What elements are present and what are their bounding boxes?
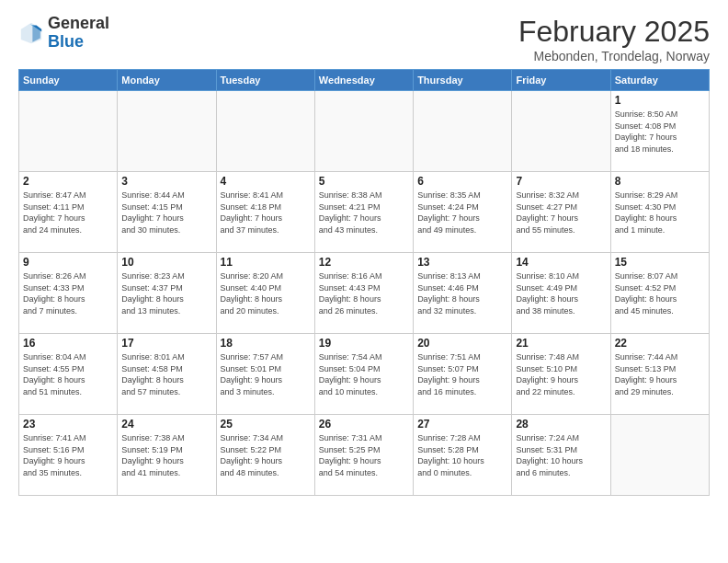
month-title: February 2025 xyxy=(518,15,710,49)
table-row: 28Sunrise: 7:24 AM Sunset: 5:31 PM Dayli… xyxy=(512,415,610,496)
day-number: 23 xyxy=(23,418,113,431)
subtitle: Mebonden, Trondelag, Norway xyxy=(518,49,710,63)
table-row: 2Sunrise: 8:47 AM Sunset: 4:11 PM Daylig… xyxy=(19,172,118,253)
day-number: 1 xyxy=(615,94,705,107)
day-info: Sunrise: 8:32 AM Sunset: 4:27 PM Dayligh… xyxy=(516,190,606,236)
day-number: 17 xyxy=(121,337,211,350)
day-info: Sunrise: 7:44 AM Sunset: 5:13 PM Dayligh… xyxy=(615,351,705,397)
day-number: 13 xyxy=(417,256,507,269)
day-info: Sunrise: 8:20 AM Sunset: 4:40 PM Dayligh… xyxy=(221,270,311,316)
day-info: Sunrise: 7:48 AM Sunset: 5:10 PM Dayligh… xyxy=(516,351,606,397)
day-info: Sunrise: 7:57 AM Sunset: 5:01 PM Dayligh… xyxy=(221,351,311,397)
day-number: 7 xyxy=(516,175,606,188)
day-number: 2 xyxy=(23,175,113,188)
day-number: 24 xyxy=(121,418,211,431)
day-info: Sunrise: 8:38 AM Sunset: 4:21 PM Dayligh… xyxy=(319,190,409,236)
table-row: 13Sunrise: 8:13 AM Sunset: 4:46 PM Dayli… xyxy=(414,253,512,334)
day-info: Sunrise: 8:04 AM Sunset: 4:55 PM Dayligh… xyxy=(23,351,113,397)
table-row: 27Sunrise: 7:28 AM Sunset: 5:28 PM Dayli… xyxy=(414,415,512,496)
day-number: 14 xyxy=(516,256,606,269)
logo-text: General Blue xyxy=(48,15,109,52)
title-block: February 2025 Mebonden, Trondelag, Norwa… xyxy=(518,15,710,63)
header-row: Sunday Monday Tuesday Wednesday Thursday… xyxy=(19,70,710,91)
table-row: 12Sunrise: 8:16 AM Sunset: 4:43 PM Dayli… xyxy=(314,253,413,334)
day-number: 25 xyxy=(221,418,311,431)
table-row xyxy=(512,91,610,172)
logo-icon xyxy=(18,20,44,46)
day-info: Sunrise: 8:35 AM Sunset: 4:24 PM Dayligh… xyxy=(417,190,507,236)
day-info: Sunrise: 8:01 AM Sunset: 4:58 PM Dayligh… xyxy=(121,351,211,397)
day-number: 10 xyxy=(121,256,211,269)
col-sunday: Sunday xyxy=(19,70,118,91)
day-number: 6 xyxy=(417,175,507,188)
day-number: 4 xyxy=(221,175,311,188)
table-row: 1Sunrise: 8:50 AM Sunset: 4:08 PM Daylig… xyxy=(610,91,709,172)
table-row xyxy=(314,91,413,172)
table-row: 5Sunrise: 8:38 AM Sunset: 4:21 PM Daylig… xyxy=(314,172,413,253)
page: General Blue February 2025 Mebonden, Tro… xyxy=(0,0,728,563)
logo-general: General xyxy=(48,15,109,33)
calendar: Sunday Monday Tuesday Wednesday Thursday… xyxy=(18,69,710,496)
day-number: 15 xyxy=(615,256,705,269)
day-info: Sunrise: 8:29 AM Sunset: 4:30 PM Dayligh… xyxy=(615,190,705,236)
table-row: 26Sunrise: 7:31 AM Sunset: 5:25 PM Dayli… xyxy=(314,415,413,496)
day-number: 26 xyxy=(319,418,409,431)
day-number: 27 xyxy=(417,418,507,431)
day-number: 16 xyxy=(23,337,113,350)
table-row: 6Sunrise: 8:35 AM Sunset: 4:24 PM Daylig… xyxy=(414,172,512,253)
day-info: Sunrise: 8:10 AM Sunset: 4:49 PM Dayligh… xyxy=(516,270,606,316)
table-row: 10Sunrise: 8:23 AM Sunset: 4:37 PM Dayli… xyxy=(118,253,216,334)
header: General Blue February 2025 Mebonden, Tro… xyxy=(18,15,710,63)
day-number: 18 xyxy=(221,337,311,350)
logo-blue: Blue xyxy=(48,33,109,52)
calendar-body: 1Sunrise: 8:50 AM Sunset: 4:08 PM Daylig… xyxy=(19,91,710,496)
table-row xyxy=(414,91,512,172)
table-row: 22Sunrise: 7:44 AM Sunset: 5:13 PM Dayli… xyxy=(610,334,709,415)
day-info: Sunrise: 8:13 AM Sunset: 4:46 PM Dayligh… xyxy=(417,270,507,316)
col-thursday: Thursday xyxy=(414,70,512,91)
table-row xyxy=(19,91,118,172)
table-row: 7Sunrise: 8:32 AM Sunset: 4:27 PM Daylig… xyxy=(512,172,610,253)
col-friday: Friday xyxy=(512,70,610,91)
day-info: Sunrise: 8:44 AM Sunset: 4:15 PM Dayligh… xyxy=(121,190,211,236)
col-saturday: Saturday xyxy=(610,70,709,91)
calendar-header: Sunday Monday Tuesday Wednesday Thursday… xyxy=(19,70,710,91)
day-info: Sunrise: 8:50 AM Sunset: 4:08 PM Dayligh… xyxy=(615,109,705,155)
day-info: Sunrise: 7:31 AM Sunset: 5:25 PM Dayligh… xyxy=(319,432,409,478)
table-row: 18Sunrise: 7:57 AM Sunset: 5:01 PM Dayli… xyxy=(216,334,314,415)
day-number: 21 xyxy=(516,337,606,350)
table-row: 4Sunrise: 8:41 AM Sunset: 4:18 PM Daylig… xyxy=(216,172,314,253)
day-info: Sunrise: 7:38 AM Sunset: 5:19 PM Dayligh… xyxy=(121,432,211,478)
table-row: 3Sunrise: 8:44 AM Sunset: 4:15 PM Daylig… xyxy=(118,172,216,253)
day-info: Sunrise: 8:26 AM Sunset: 4:33 PM Dayligh… xyxy=(23,270,113,316)
table-row xyxy=(118,91,216,172)
day-number: 3 xyxy=(121,175,211,188)
table-row: 15Sunrise: 8:07 AM Sunset: 4:52 PM Dayli… xyxy=(610,253,709,334)
day-info: Sunrise: 8:07 AM Sunset: 4:52 PM Dayligh… xyxy=(615,270,705,316)
table-row: 11Sunrise: 8:20 AM Sunset: 4:40 PM Dayli… xyxy=(216,253,314,334)
table-row: 14Sunrise: 8:10 AM Sunset: 4:49 PM Dayli… xyxy=(512,253,610,334)
day-info: Sunrise: 7:41 AM Sunset: 5:16 PM Dayligh… xyxy=(23,432,113,478)
table-row xyxy=(216,91,314,172)
table-row: 24Sunrise: 7:38 AM Sunset: 5:19 PM Dayli… xyxy=(118,415,216,496)
table-row: 23Sunrise: 7:41 AM Sunset: 5:16 PM Dayli… xyxy=(19,415,118,496)
day-number: 22 xyxy=(615,337,705,350)
table-row: 17Sunrise: 8:01 AM Sunset: 4:58 PM Dayli… xyxy=(118,334,216,415)
logo: General Blue xyxy=(18,15,109,52)
table-row: 20Sunrise: 7:51 AM Sunset: 5:07 PM Dayli… xyxy=(414,334,512,415)
day-number: 19 xyxy=(319,337,409,350)
day-number: 28 xyxy=(516,418,606,431)
day-number: 20 xyxy=(417,337,507,350)
day-info: Sunrise: 7:24 AM Sunset: 5:31 PM Dayligh… xyxy=(516,432,606,478)
col-wednesday: Wednesday xyxy=(314,70,413,91)
table-row: 25Sunrise: 7:34 AM Sunset: 5:22 PM Dayli… xyxy=(216,415,314,496)
day-info: Sunrise: 7:51 AM Sunset: 5:07 PM Dayligh… xyxy=(417,351,507,397)
day-info: Sunrise: 8:16 AM Sunset: 4:43 PM Dayligh… xyxy=(319,270,409,316)
day-number: 12 xyxy=(319,256,409,269)
table-row: 16Sunrise: 8:04 AM Sunset: 4:55 PM Dayli… xyxy=(19,334,118,415)
day-info: Sunrise: 8:23 AM Sunset: 4:37 PM Dayligh… xyxy=(121,270,211,316)
day-info: Sunrise: 7:54 AM Sunset: 5:04 PM Dayligh… xyxy=(319,351,409,397)
day-number: 8 xyxy=(615,175,705,188)
day-info: Sunrise: 8:41 AM Sunset: 4:18 PM Dayligh… xyxy=(221,190,311,236)
table-row: 8Sunrise: 8:29 AM Sunset: 4:30 PM Daylig… xyxy=(610,172,709,253)
